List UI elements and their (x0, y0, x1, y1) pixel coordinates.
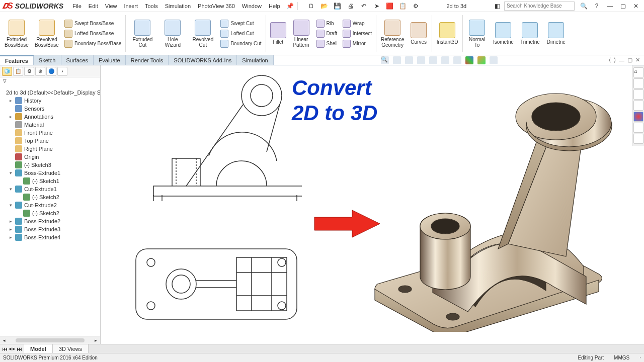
curves-button[interactable]: Curves (408, 13, 430, 54)
tree-tab-property-icon[interactable]: 📋 (13, 67, 23, 76)
taskpane-home-icon[interactable]: ⌂ (633, 67, 643, 77)
tree-node[interactable]: Material (1, 121, 99, 129)
tree-scrollbar[interactable]: ◂▸ (0, 336, 100, 344)
tab-render-tools[interactable]: Render Tools (126, 55, 169, 65)
open-icon[interactable]: 📂 (320, 2, 329, 10)
tree-node[interactable]: ▾Cut-Extrude2 (1, 201, 99, 209)
minimize-icon[interactable]: — (606, 2, 614, 10)
doc-min-icon[interactable]: — (619, 57, 624, 63)
expand-icon[interactable]: ▾ (8, 170, 13, 175)
taskpane-custom-icon[interactable] (633, 123, 643, 133)
display-style-icon[interactable] (441, 56, 449, 64)
doc-close-icon[interactable]: ✕ (635, 57, 640, 63)
hide-show-icon[interactable] (453, 56, 461, 64)
select-icon[interactable]: ➤ (373, 2, 381, 10)
menu-insert[interactable]: Insert (121, 2, 141, 10)
tree-root[interactable]: 2d to 3d (Default<<Default>_Display Stat… (1, 88, 99, 97)
swept-boss-button[interactable]: Swept Boss/Base (63, 19, 122, 28)
fillet-button[interactable]: Fillet (268, 13, 288, 54)
ref-geometry-button[interactable]: Reference Geometry (378, 13, 407, 54)
taskpane-forum-icon[interactable] (633, 134, 643, 144)
maximize-icon[interactable]: ▢ (619, 2, 627, 10)
shell-button[interactable]: Shell (315, 39, 339, 48)
lofted-cut-button[interactable]: Lofted Cut (219, 29, 262, 38)
tree-node[interactable]: Origin (1, 153, 99, 161)
tree-node[interactable]: (-) Sketch3 (1, 161, 99, 169)
expand-icon[interactable]: ▸ (8, 98, 13, 103)
normal-to-button[interactable]: Normal To (465, 13, 489, 54)
extruded-boss-button[interactable]: Extruded Boss/Base (2, 13, 31, 54)
revolved-cut-button[interactable]: Revolved Cut (188, 13, 217, 54)
intersect-button[interactable]: Intersect (342, 29, 373, 38)
zoom-fit-icon[interactable]: 🔍 (381, 56, 389, 64)
menu-window[interactable]: Window (239, 2, 265, 10)
tree-node[interactable]: ▸Boss-Extrude4 (1, 233, 99, 241)
taskpane-appearance-icon[interactable] (633, 112, 643, 122)
tree-tab-feature-icon[interactable]: 🧊 (2, 67, 12, 76)
taskpane-file-icon[interactable] (633, 89, 643, 100)
menu-edit[interactable]: Edit (86, 2, 101, 10)
appearance-icon[interactable] (465, 56, 473, 64)
menu-view[interactable]: View (102, 2, 120, 10)
extruded-cut-button[interactable]: Extruded Cut (128, 13, 157, 54)
expand-icon[interactable]: ▾ (8, 187, 13, 192)
view-orient-icon[interactable] (429, 56, 437, 64)
sw-resources-icon[interactable]: ◧ (493, 2, 501, 10)
new-icon[interactable]: 🗋 (307, 2, 315, 10)
prev-view-icon[interactable] (405, 56, 413, 64)
settings-icon[interactable]: ⚙ (412, 2, 420, 10)
tab-3d-views[interactable]: 3D Views (53, 344, 89, 353)
expand-icon[interactable]: ▾ (8, 203, 13, 208)
tree-node[interactable]: (-) Sketch2 (1, 209, 99, 217)
draft-button[interactable]: Draft (315, 29, 339, 38)
tree-node[interactable]: ▸History (1, 97, 99, 105)
search-icon[interactable]: 🔍 (580, 2, 588, 10)
boundary-boss-button[interactable]: Boundary Boss/Base (63, 39, 122, 48)
wrap-button[interactable]: Wrap (342, 19, 373, 28)
boundary-cut-button[interactable]: Boundary Cut (219, 39, 262, 48)
tree-node[interactable]: Front Plane (1, 129, 99, 137)
print-icon[interactable]: 🖨 (347, 2, 355, 10)
tree-tab-display-icon[interactable]: 🔵 (46, 67, 56, 76)
menu-tools[interactable]: Tools (142, 2, 161, 10)
tree-node[interactable]: Right Plane (1, 145, 99, 153)
isometric-button[interactable]: Isometric (490, 13, 516, 54)
status-units[interactable]: MMGS (614, 355, 629, 360)
close-icon[interactable]: ✕ (632, 2, 640, 10)
mirror-button[interactable]: Mirror (342, 39, 373, 48)
tab-scroll-prev-icon[interactable]: ◂ (9, 345, 12, 352)
taskpane-view-icon[interactable] (633, 101, 643, 111)
tree-tab-dimxpert-icon[interactable]: ⊕ (35, 67, 45, 76)
graphics-area[interactable]: Convert 2D to 3D (101, 65, 644, 344)
pin-icon[interactable]: 📌 (286, 2, 294, 10)
tab-simulation[interactable]: Simulation (237, 55, 273, 65)
tab-model[interactable]: Model (24, 344, 53, 353)
tab-surfaces[interactable]: Surfaces (61, 55, 94, 65)
doc-next-icon[interactable]: ⟩ (614, 57, 616, 63)
tree-node[interactable]: (-) Sketch2 (1, 193, 99, 201)
tree-tab-expand-icon[interactable]: › (57, 67, 67, 76)
revolved-boss-button[interactable]: Revolved Boss/Base (32, 13, 61, 54)
save-icon[interactable]: 💾 (334, 2, 342, 10)
options-icon[interactable]: 📋 (399, 2, 407, 10)
linear-pattern-button[interactable]: Linear Pattern (289, 13, 313, 54)
tree-node[interactable]: ▾Boss-Extrude1 (1, 169, 99, 177)
tree-node[interactable]: ▸Boss-Extrude3 (1, 225, 99, 233)
rib-button[interactable]: Rib (315, 19, 339, 28)
tab-scroll-first-icon[interactable]: ⏮ (2, 346, 8, 352)
expand-icon[interactable]: ▸ (8, 219, 13, 224)
tree-node[interactable]: ▸Boss-Extrude2 (1, 217, 99, 225)
tab-evaluate[interactable]: Evaluate (94, 55, 126, 65)
tab-scroll-next-icon[interactable]: ▸ (13, 345, 16, 352)
undo-icon[interactable]: ↶ (360, 2, 368, 10)
tree-filter[interactable]: ∇ (0, 77, 100, 86)
tree-node[interactable]: ▸Annotations (1, 113, 99, 121)
menu-photoview[interactable]: PhotoView 360 (195, 2, 238, 10)
search-input[interactable] (504, 2, 575, 11)
status-extra-icon[interactable]: · (639, 355, 641, 360)
section-view-icon[interactable] (417, 56, 425, 64)
dimetric-button[interactable]: Dimetric (543, 13, 569, 54)
menu-file[interactable]: File (69, 2, 85, 10)
expand-icon[interactable]: ▸ (8, 227, 13, 232)
menu-simulation[interactable]: Simulation (162, 2, 194, 10)
